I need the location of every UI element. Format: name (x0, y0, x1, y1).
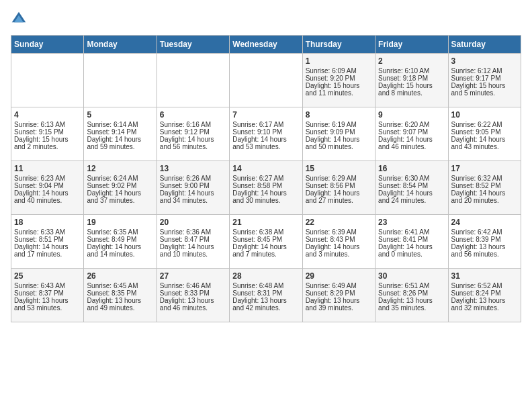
sunset: Sunset: 9:15 PM (14, 128, 64, 136)
weekday-header-monday: Monday (84, 36, 157, 54)
sunrise: Sunrise: 6:48 AM (232, 282, 283, 289)
daylight: Daylight: 15 hours and 5 minutes. (451, 82, 506, 97)
calendar-cell: 2Sunrise: 6:10 AMSunset: 9:18 PMDaylight… (375, 54, 448, 107)
calendar-cell: 16Sunrise: 6:30 AMSunset: 8:54 PMDayligh… (375, 161, 448, 215)
day-number: 9 (378, 110, 445, 120)
calendar-cell: 11Sunrise: 6:23 AMSunset: 9:04 PMDayligh… (11, 161, 84, 215)
sunrise: Sunrise: 6:27 AM (232, 175, 283, 182)
sunset: Sunset: 8:49 PM (87, 236, 136, 243)
daylight: Daylight: 14 hours and 30 minutes. (232, 189, 287, 204)
sunrise: Sunrise: 6:33 AM (14, 228, 65, 236)
sunset: Sunset: 8:45 PM (232, 236, 282, 243)
weekday-header-sunday: Sunday (11, 36, 84, 54)
sunset: Sunset: 9:17 PM (451, 75, 501, 82)
sunrise: Sunrise: 6:09 AM (306, 67, 357, 75)
daylight: Daylight: 14 hours and 10 minutes. (160, 243, 214, 258)
calendar-cell: 6Sunrise: 6:16 AMSunset: 9:12 PMDaylight… (157, 107, 229, 161)
sunset: Sunset: 8:56 PM (306, 182, 355, 189)
day-number: 30 (378, 271, 445, 281)
daylight: Daylight: 15 hours and 2 minutes. (14, 136, 69, 150)
calendar-cell: 31Sunrise: 6:52 AMSunset: 8:24 PMDayligh… (448, 269, 521, 322)
sunset: Sunset: 9:05 PM (451, 128, 501, 136)
sunset: Sunset: 9:02 PM (87, 182, 136, 189)
daylight: Daylight: 14 hours and 3 minutes. (306, 243, 360, 258)
daylight: Daylight: 13 hours and 49 minutes. (87, 297, 141, 312)
logo-icon (11, 11, 27, 27)
day-number: 7 (232, 110, 299, 120)
day-number: 26 (87, 271, 153, 281)
daylight: Daylight: 13 hours and 42 minutes. (232, 297, 287, 312)
calendar-cell: 24Sunrise: 6:42 AMSunset: 8:39 PMDayligh… (448, 215, 521, 269)
calendar-cell (84, 54, 157, 107)
sunset: Sunset: 8:47 PM (160, 236, 210, 243)
sunset: Sunset: 9:00 PM (160, 182, 210, 189)
calendar-cell: 22Sunrise: 6:39 AMSunset: 8:43 PMDayligh… (302, 215, 375, 269)
sunset: Sunset: 8:54 PM (378, 182, 428, 189)
day-number: 12 (87, 164, 153, 173)
calendar-cell: 8Sunrise: 6:19 AMSunset: 9:09 PMDaylight… (302, 107, 375, 161)
sunrise: Sunrise: 6:42 AM (451, 228, 502, 236)
sunrise: Sunrise: 6:16 AM (160, 121, 211, 128)
sunrise: Sunrise: 6:36 AM (160, 228, 211, 236)
day-number: 17 (451, 164, 518, 173)
day-number: 20 (160, 218, 226, 227)
sunrise: Sunrise: 6:17 AM (232, 121, 283, 128)
day-number: 4 (14, 110, 81, 120)
day-number: 16 (378, 164, 445, 173)
daylight: Daylight: 14 hours and 0 minutes. (378, 243, 433, 258)
day-number: 5 (87, 110, 153, 120)
day-number: 2 (378, 56, 445, 66)
daylight: Daylight: 14 hours and 20 minutes. (451, 189, 506, 204)
sunrise: Sunrise: 6:23 AM (14, 175, 65, 182)
daylight: Daylight: 14 hours and 40 minutes. (14, 189, 69, 204)
day-number: 25 (14, 271, 81, 281)
sunset: Sunset: 9:07 PM (378, 128, 428, 136)
calendar-cell: 1Sunrise: 6:09 AMSunset: 9:20 PMDaylight… (302, 54, 375, 107)
calendar-cell: 10Sunrise: 6:22 AMSunset: 9:05 PMDayligh… (448, 107, 521, 161)
sunrise: Sunrise: 6:45 AM (87, 282, 138, 289)
sunset: Sunset: 9:18 PM (378, 75, 428, 82)
day-number: 3 (451, 56, 518, 66)
calendar-cell: 3Sunrise: 6:12 AMSunset: 9:17 PMDaylight… (448, 54, 521, 107)
day-number: 21 (232, 218, 299, 227)
daylight: Daylight: 14 hours and 24 minutes. (378, 189, 433, 204)
sunset: Sunset: 8:51 PM (14, 236, 64, 243)
daylight: Daylight: 13 hours and 46 minutes. (160, 297, 214, 312)
sunrise: Sunrise: 6:39 AM (306, 228, 357, 236)
sunset: Sunset: 8:58 PM (232, 182, 282, 189)
day-number: 22 (306, 218, 372, 227)
sunrise: Sunrise: 6:29 AM (306, 175, 357, 182)
sunset: Sunset: 8:37 PM (14, 289, 64, 297)
calendar-cell: 27Sunrise: 6:46 AMSunset: 8:33 PMDayligh… (157, 269, 229, 322)
weekday-header-tuesday: Tuesday (157, 36, 229, 54)
day-number: 1 (306, 56, 372, 66)
calendar-cell: 25Sunrise: 6:43 AMSunset: 8:37 PMDayligh… (11, 269, 84, 322)
daylight: Daylight: 14 hours and 27 minutes. (306, 189, 360, 204)
sunset: Sunset: 9:04 PM (14, 182, 64, 189)
daylight: Daylight: 14 hours and 37 minutes. (87, 189, 141, 204)
sunset: Sunset: 8:39 PM (451, 236, 501, 243)
sunset: Sunset: 9:10 PM (232, 128, 282, 136)
day-number: 18 (14, 218, 81, 227)
calendar-cell: 23Sunrise: 6:41 AMSunset: 8:41 PMDayligh… (375, 215, 448, 269)
sunrise: Sunrise: 6:20 AM (378, 121, 429, 128)
sunset: Sunset: 8:41 PM (378, 236, 428, 243)
weekday-header-thursday: Thursday (302, 36, 375, 54)
daylight: Daylight: 13 hours and 32 minutes. (451, 297, 506, 312)
weekday-header-row: SundayMondayTuesdayWednesdayThursdayFrid… (11, 36, 521, 54)
calendar-week-row: 4Sunrise: 6:13 AMSunset: 9:15 PMDaylight… (11, 107, 521, 161)
day-number: 29 (306, 271, 372, 281)
daylight: Daylight: 14 hours and 53 minutes. (232, 136, 287, 150)
calendar-cell: 12Sunrise: 6:24 AMSunset: 9:02 PMDayligh… (84, 161, 157, 215)
calendar-cell: 20Sunrise: 6:36 AMSunset: 8:47 PMDayligh… (157, 215, 229, 269)
daylight: Daylight: 13 hours and 35 minutes. (378, 297, 433, 312)
daylight: Daylight: 15 hours and 11 minutes. (306, 82, 360, 97)
calendar-cell: 18Sunrise: 6:33 AMSunset: 8:51 PMDayligh… (11, 215, 84, 269)
daylight: Daylight: 14 hours and 7 minutes. (232, 243, 287, 258)
calendar-cell: 15Sunrise: 6:29 AMSunset: 8:56 PMDayligh… (302, 161, 375, 215)
sunrise: Sunrise: 6:43 AM (14, 282, 65, 289)
page-header (11, 11, 521, 27)
sunset: Sunset: 8:52 PM (451, 182, 501, 189)
day-number: 31 (451, 271, 518, 281)
sunrise: Sunrise: 6:14 AM (87, 121, 138, 128)
